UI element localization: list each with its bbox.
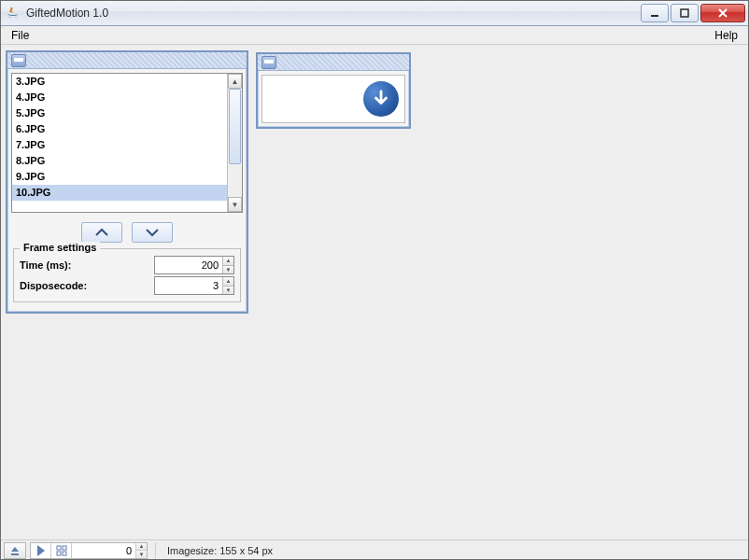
menu-file[interactable]: File (6, 27, 35, 44)
dispose-label: Disposecode: (20, 280, 154, 291)
svg-rect-4 (57, 552, 61, 555)
svg-rect-0 (651, 15, 658, 17)
svg-rect-5 (63, 552, 66, 555)
svg-rect-1 (681, 9, 688, 17)
file-item[interactable]: 10.JPG (12, 185, 227, 201)
grid-button[interactable] (51, 543, 72, 558)
file-item[interactable]: 3.JPG (12, 74, 227, 90)
chevron-up-icon (94, 226, 109, 239)
file-item[interactable]: 5.JPG (12, 105, 227, 121)
time-label: Time (ms): (20, 259, 154, 271)
status-text: Imagesize: 155 x 54 px (163, 545, 273, 556)
time-input[interactable] (155, 257, 222, 273)
window-icon (261, 56, 276, 69)
download-arrow-icon (363, 81, 399, 117)
minimize-button[interactable] (641, 4, 669, 22)
eject-icon (9, 545, 21, 556)
scrollbar[interactable]: ▲ ▼ (227, 74, 242, 212)
svg-rect-2 (57, 546, 61, 550)
dispose-input[interactable] (155, 277, 222, 294)
file-item[interactable]: 7.JPG (12, 137, 227, 153)
menubar: File Help (0, 26, 749, 45)
move-down-button[interactable] (132, 222, 173, 243)
eject-button[interactable] (4, 542, 26, 559)
frame-index-input[interactable] (72, 545, 135, 556)
svg-rect-3 (63, 546, 66, 550)
play-icon (36, 545, 46, 556)
frame-settings-legend: Frame settings (20, 242, 100, 253)
time-up-button[interactable]: ▲ (222, 257, 233, 265)
frame-index-down-button[interactable]: ▼ (135, 550, 147, 558)
maximize-button[interactable] (671, 4, 699, 22)
close-button[interactable] (700, 4, 745, 22)
frame-settings-group: Frame settings Time (ms): ▲ ▼ Disposecod… (13, 248, 241, 302)
dispose-down-button[interactable]: ▼ (222, 286, 233, 295)
frames-panel: 3.JPG4.JPG5.JPG6.JPG7.JPG8.JPG9.JPG10.JP… (6, 50, 248, 314)
scroll-down-button[interactable]: ▼ (228, 197, 242, 212)
preview-panel-titlebar[interactable] (258, 54, 409, 71)
file-item[interactable]: 8.JPG (12, 153, 227, 169)
preview-panel (256, 52, 411, 129)
move-up-button[interactable] (81, 222, 122, 243)
window-icon (11, 54, 26, 67)
window-titlebar: GiftedMotion 1.0 (0, 0, 749, 26)
scroll-up-button[interactable]: ▲ (228, 74, 242, 89)
app-icon (6, 6, 21, 21)
scroll-thumb[interactable] (229, 89, 241, 164)
dispose-up-button[interactable]: ▲ (222, 277, 233, 286)
time-down-button[interactable]: ▼ (222, 265, 233, 274)
preview-canvas (261, 75, 405, 123)
scroll-track[interactable] (228, 89, 242, 197)
file-item[interactable]: 6.JPG (12, 121, 227, 137)
playback-group: ▲ ▼ (30, 542, 148, 559)
time-spinner[interactable]: ▲ ▼ (154, 256, 234, 274)
statusbar: ▲ ▼ Imagesize: 155 x 54 px (0, 539, 749, 560)
frames-panel-titlebar[interactable] (7, 52, 247, 69)
file-item[interactable]: 9.JPG (12, 169, 227, 185)
frame-index-up-button[interactable]: ▲ (135, 543, 147, 551)
statusbar-separator (155, 542, 156, 559)
dispose-spinner[interactable]: ▲ ▼ (154, 276, 234, 295)
client-area: 3.JPG4.JPG5.JPG6.JPG7.JPG8.JPG9.JPG10.JP… (0, 45, 749, 539)
menu-help[interactable]: Help (709, 27, 743, 44)
chevron-down-icon (145, 226, 160, 239)
play-button[interactable] (31, 543, 51, 558)
grid-icon (56, 545, 67, 556)
window-title: GiftedMotion 1.0 (26, 7, 639, 20)
file-item[interactable]: 4.JPG (12, 90, 227, 105)
file-list: 3.JPG4.JPG5.JPG6.JPG7.JPG8.JPG9.JPG10.JP… (11, 73, 243, 213)
window-controls (639, 4, 745, 22)
